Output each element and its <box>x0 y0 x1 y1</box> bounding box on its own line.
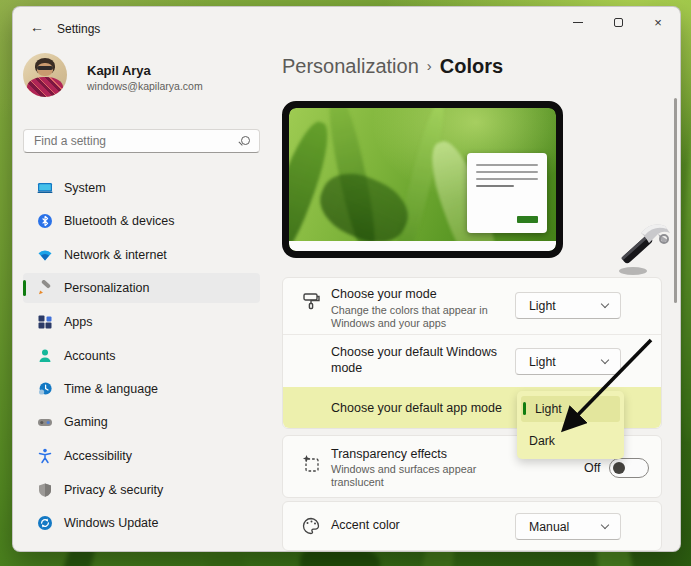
flyout-option-light[interactable]: Light <box>521 396 620 422</box>
theme-preview-monitor <box>282 101 563 258</box>
search-icon <box>241 136 250 145</box>
transparency-toggle[interactable] <box>609 458 649 478</box>
settings-window: ← Settings × Kapil Arya windows@kapilary… <box>12 6 681 552</box>
sidebar-item-privacy[interactable]: Privacy & security <box>23 475 260 505</box>
window-title: Settings <box>57 22 100 36</box>
flyout-option-dark[interactable]: Dark <box>521 428 620 454</box>
sidebar-item-personalization[interactable]: Personalization <box>23 273 260 303</box>
search-box[interactable] <box>23 129 260 153</box>
sidebar-item-gaming[interactable]: Gaming <box>23 407 260 437</box>
hammer-annotation-icon <box>611 209 679 277</box>
user-profile[interactable]: Kapil Arya windows@kapilarya.com <box>23 53 268 101</box>
breadcrumb-separator-icon: › <box>427 57 432 74</box>
user-email: windows@kapilarya.com <box>87 80 203 92</box>
breadcrumb: Personalization›Colors <box>282 55 503 78</box>
preview-wallpaper <box>289 108 556 251</box>
bluetooth-icon <box>37 213 53 229</box>
toggle-state-label: Off <box>584 461 600 475</box>
default-windows-mode-dropdown[interactable]: Light <box>515 348 621 375</box>
back-button[interactable]: ← <box>25 16 49 38</box>
minimize-icon <box>573 22 583 23</box>
close-button[interactable]: × <box>638 7 678 37</box>
accessibility-icon <box>37 448 53 464</box>
chevron-down-icon <box>601 356 609 364</box>
gaming-icon <box>37 414 53 430</box>
time-language-icon <box>37 381 53 397</box>
default-windows-mode-title: Choose your default Windows mode <box>331 344 521 376</box>
chevron-down-icon <box>601 300 609 308</box>
transparency-icon <box>301 454 321 474</box>
search-input[interactable] <box>34 130 234 152</box>
breadcrumb-section[interactable]: Personalization <box>282 55 419 77</box>
accounts-icon <box>37 348 53 364</box>
sidebar-item-accessibility[interactable]: Accessibility <box>23 441 260 471</box>
sidebar-item-apps[interactable]: Apps <box>23 307 260 337</box>
app-mode-flyout: Light Dark <box>517 391 624 459</box>
sidebar-item-time-language[interactable]: Time & language <box>23 374 260 404</box>
choose-mode-title: Choose your mode <box>331 287 437 301</box>
privacy-icon <box>37 482 53 498</box>
preview-taskbar <box>289 241 556 251</box>
sidebar-item-accounts[interactable]: Accounts <box>23 341 260 371</box>
close-icon: × <box>654 16 662 29</box>
maximize-button[interactable] <box>598 7 638 37</box>
preview-app-window <box>467 153 547 233</box>
user-name: Kapil Arya <box>87 63 151 78</box>
choose-mode-dropdown[interactable]: Light <box>515 292 621 319</box>
titlebar: ← Settings × <box>13 7 680 47</box>
windows-update-icon <box>37 515 53 531</box>
system-icon <box>37 180 53 196</box>
sidebar-item-system[interactable]: System <box>23 173 260 203</box>
network-icon <box>37 247 53 263</box>
sidebar-item-network[interactable]: Network & internet <box>23 240 260 270</box>
preview-accent-button <box>517 216 538 223</box>
scrollbar[interactable] <box>674 98 677 303</box>
sidebar-item-windows-update[interactable]: Windows Update <box>23 508 260 538</box>
paint-roller-icon <box>301 291 321 311</box>
default-app-mode-title: Choose your default app mode <box>331 401 502 415</box>
apps-icon <box>37 314 53 330</box>
transparency-description: Windows and surfaces appear translucent <box>331 463 506 489</box>
accent-color-title: Accent color <box>331 518 400 532</box>
minimize-button[interactable] <box>558 7 598 37</box>
accent-color-card: Accent color Manual <box>282 501 662 551</box>
accent-color-dropdown[interactable]: Manual <box>515 513 621 540</box>
maximize-icon <box>614 18 623 27</box>
chevron-down-icon <box>601 521 609 529</box>
page-title: Colors <box>440 55 503 77</box>
transparency-title: Transparency effects <box>331 447 447 461</box>
toggle-knob <box>613 462 625 474</box>
choose-mode-description: Change the colors that appear in Windows… <box>331 304 506 330</box>
avatar <box>23 53 67 97</box>
personalization-icon <box>37 280 53 296</box>
palette-icon <box>301 516 321 536</box>
sidebar-item-bluetooth[interactable]: Bluetooth & devices <box>23 206 260 236</box>
